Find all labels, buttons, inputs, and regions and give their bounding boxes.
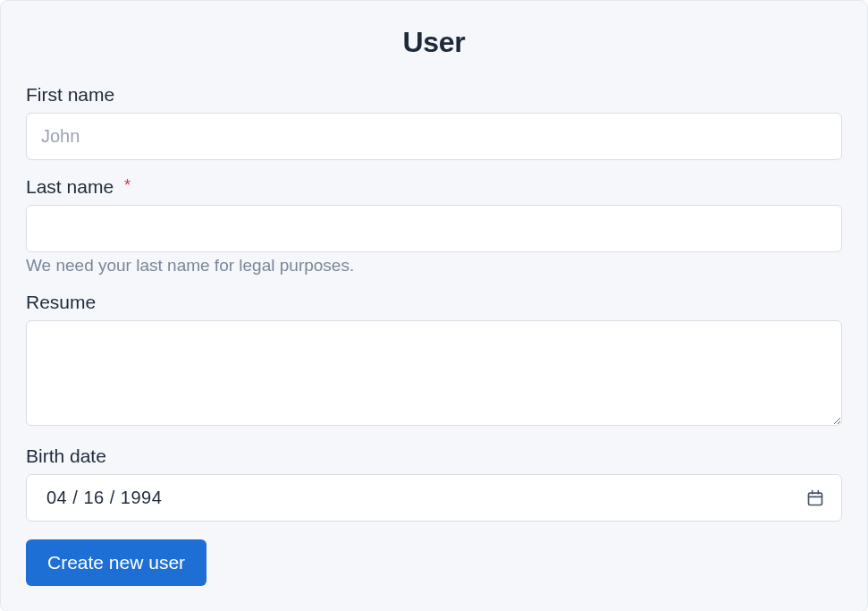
last-name-label: Last name *	[26, 176, 842, 198]
first-name-label: First name	[26, 84, 842, 106]
birth-date-wrapper	[26, 474, 842, 522]
first-name-input[interactable]	[26, 113, 842, 160]
first-name-group: First name	[26, 84, 842, 160]
birth-date-input[interactable]	[26, 474, 842, 522]
last-name-help-text: We need your last name for legal purpose…	[26, 256, 842, 276]
birth-date-label: Birth date	[26, 446, 842, 467]
form-title: User	[26, 26, 842, 59]
last-name-group: Last name * We need your last name for l…	[26, 176, 842, 276]
create-user-button[interactable]: Create new user	[26, 539, 206, 586]
resume-textarea[interactable]	[26, 320, 842, 426]
user-form-card: User First name Last name * We need your…	[0, 0, 868, 611]
resume-label: Resume	[26, 292, 842, 313]
last-name-label-text: Last name	[26, 176, 114, 197]
last-name-input[interactable]	[26, 205, 842, 252]
resume-group: Resume	[26, 292, 842, 429]
required-asterisk-icon: *	[124, 176, 131, 194]
birth-date-group: Birth date	[26, 446, 842, 522]
